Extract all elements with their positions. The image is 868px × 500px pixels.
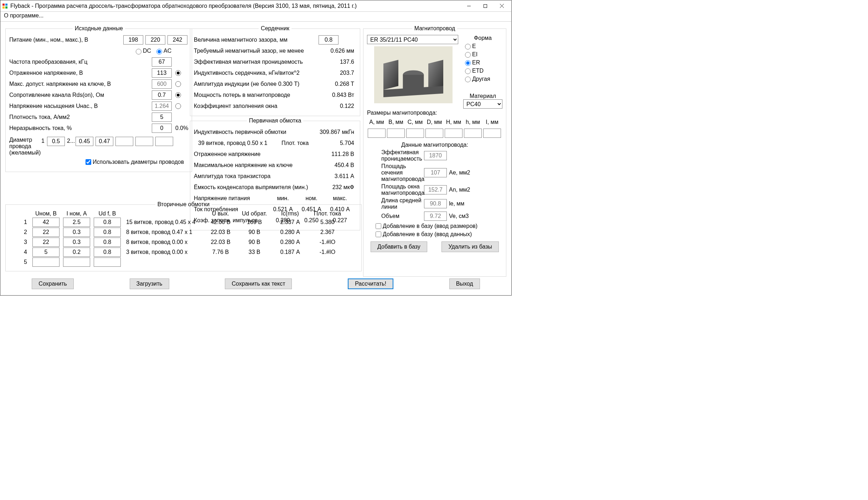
svg-rect-1 [5,4,7,6]
material-select[interactable]: PC40 [463,99,502,109]
use-diameters-checkbox[interactable]: Использовать диаметры проводов [84,158,184,166]
primary-legend: Первичная обмотка [247,118,304,124]
calculate-button[interactable]: Рассчитать! [348,278,393,289]
core-metric-label: Требуемый немагнитный зазор, не менее [194,48,319,54]
core-metric-label: Мощность потерь в магнитопроводе [194,92,319,98]
vsw-input[interactable] [152,79,172,89]
wire6-input[interactable] [155,137,173,146]
supply-min-input[interactable] [123,35,143,45]
magnet-legend: Магнитопровод [412,25,458,32]
core-metric-value: 0.268 T [319,81,354,87]
sec-i-input[interactable] [63,218,90,227]
ac-radio[interactable]: AC [155,48,171,54]
le-input[interactable] [424,199,447,208]
add-dims-checkbox[interactable]: Добавление в базу (ввод размеров) [374,222,477,230]
dc-radio[interactable]: DC [134,48,151,54]
dim-input[interactable] [464,129,482,138]
sec-u-input[interactable] [32,228,60,237]
sec-ud-input[interactable] [94,238,121,247]
secondary-row: 115 витков, провод 0.45 x 442.00 В169 В2… [9,218,358,227]
secondary-legend: Вторичные обмотки [155,201,212,208]
titlebar: Flyback - Программа расчета дроссель-тра… [0,0,511,12]
sec-ud-input[interactable] [94,228,121,237]
ve-input[interactable] [424,212,447,221]
secondary-row: 5 [9,257,358,267]
exit-button[interactable]: Выход [449,278,480,289]
sec-ud-input[interactable] [94,257,121,267]
del-from-db-button[interactable]: Удалить из базы [441,241,499,252]
vrefl-input[interactable] [152,68,172,78]
add-to-db-button[interactable]: Добавить в базу [371,241,427,252]
vrefl-radio[interactable] [175,70,181,76]
jdens-input[interactable] [152,113,172,122]
svg-rect-5 [484,4,487,7]
core-metric-value: 0.626 мм [319,48,354,54]
menubar: О программе... [0,12,511,22]
core-metric-label: Индуктивность сердечника, нГн/виток^2 [194,70,319,76]
usat-input[interactable] [152,101,172,111]
sec-i-input[interactable] [63,238,90,247]
magnet-group: Магнитопровод ER 35/21/11 PC40 [363,25,506,277]
dim-input[interactable] [425,129,443,138]
freq-input[interactable] [152,57,172,67]
dim-input[interactable] [406,129,424,138]
wire-label-block: Диаметр провода (желаемый) [9,137,41,156]
wire4-input[interactable] [115,137,133,146]
wire1-input[interactable] [47,137,65,146]
sec-u-input[interactable] [32,238,60,247]
core-image [374,46,453,103]
save-button[interactable]: Сохранить [32,278,74,289]
load-button[interactable]: Загрузить [130,278,169,289]
core-legend: Сердечник [259,25,291,32]
core-select[interactable]: ER 35/21/11 PC40 [367,35,458,44]
wire5-input[interactable] [135,137,153,146]
shape-radio-etd[interactable]: ETD [463,67,502,74]
gap-input[interactable] [319,35,339,45]
sec-i-input[interactable] [63,248,90,257]
data-label: Данные магнитопровода: [367,142,502,148]
close-button[interactable] [494,1,510,11]
shape-radio-er[interactable]: ER [463,59,502,66]
sec-ud-input[interactable] [94,248,121,257]
rds-label: Сопротивление канала Rds(on), Ом [9,92,152,98]
rds-input[interactable] [152,90,172,100]
shape-radio-другая[interactable]: Другая [463,75,502,82]
sec-u-input[interactable] [32,218,60,227]
sec-u-input[interactable] [32,257,60,267]
minimize-button[interactable] [461,1,477,11]
sec-i-input[interactable] [63,228,90,237]
menu-about[interactable]: О программе... [4,12,43,19]
dim-input[interactable] [387,129,405,138]
eff-perm-input[interactable] [424,151,447,160]
shape-radio-ei[interactable]: EI [463,51,502,58]
add-data-checkbox[interactable]: Добавление в базу (ввод данных) [374,230,472,238]
rds-radio[interactable] [175,92,181,98]
sec-u-input[interactable] [32,248,60,257]
dim-input[interactable] [483,129,501,138]
cont-input[interactable] [152,124,172,133]
wire2-input[interactable] [76,137,93,146]
ae-input[interactable] [424,168,447,177]
dim-input[interactable] [368,129,386,138]
an-input[interactable] [424,185,447,194]
sec-ud-input[interactable] [94,218,121,227]
core-metric-label: Эффективная магнитная проницаемость [194,59,319,65]
freq-label: Частота преобразования, кГц [9,59,152,65]
wire3-input[interactable] [95,137,113,146]
dims-label: Размеры магнитопровода: [367,110,502,116]
core-metric-value: 203.7 [319,70,354,76]
maximize-button[interactable] [477,1,494,11]
shape-radio-e[interactable]: E [463,43,502,50]
supply-nom-input[interactable] [145,35,165,45]
usat-label: Напряжение насыщения Uнас., В [9,103,152,109]
gap-label: Величина немагнитного зазора, мм [194,37,319,43]
usat-radio[interactable] [175,103,181,109]
core-metric-value: 0.843 Вт [319,92,354,98]
app-icon [2,3,8,9]
vrefl-label: Отраженное напряжение, В [9,70,152,76]
dim-input[interactable] [445,129,463,138]
save-text-button[interactable]: Сохранить как текст [225,278,292,289]
supply-max-input[interactable] [167,35,187,45]
vsw-radio[interactable] [175,81,181,87]
sec-i-input[interactable] [63,257,90,267]
